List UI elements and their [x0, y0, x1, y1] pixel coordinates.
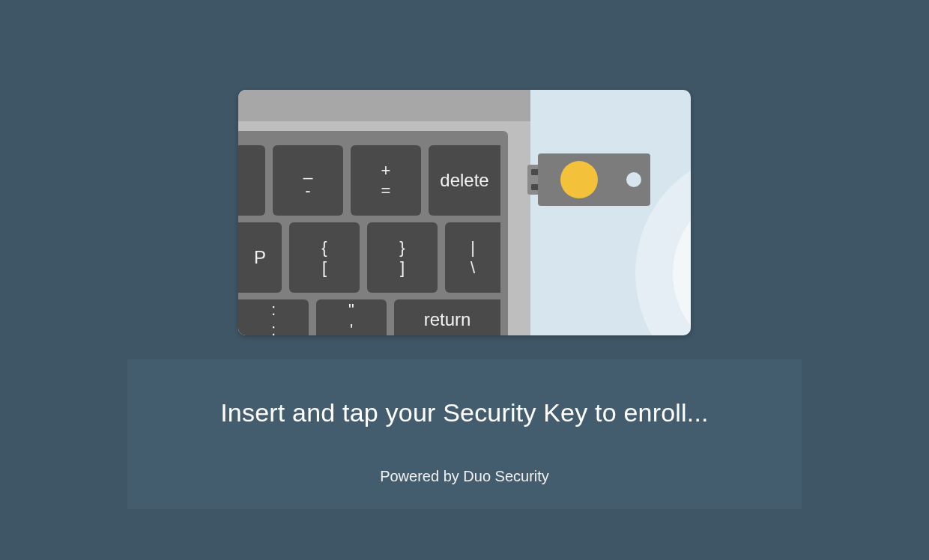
key-glyph: '	[350, 321, 353, 335]
key-glyph: "	[348, 301, 354, 318]
keyboard-key-minus: _ -	[273, 145, 343, 216]
keyboard-key-return: return	[394, 299, 500, 335]
keyboard-key	[238, 145, 265, 216]
security-key-enroll-page: _ - + = delete P { [ } ] | \ : ;	[0, 0, 929, 560]
key-glyph: ]	[400, 259, 405, 276]
keyboard-key-p: P	[238, 222, 282, 293]
key-glyph: {	[321, 239, 327, 256]
key-label: return	[424, 310, 471, 329]
message-panel: Insert and tap your Security Key to enro…	[127, 359, 802, 509]
key-glyph: -	[305, 182, 310, 199]
powered-by-text: Powered by Duo Security	[127, 468, 802, 485]
key-label: delete	[440, 171, 488, 189]
keyboard-key-bracket-left: { [	[289, 222, 360, 293]
instruction-text: Insert and tap your Security Key to enro…	[127, 398, 802, 427]
key-glyph: \	[470, 259, 475, 276]
keyboard-key-semicolon: : ;	[238, 299, 309, 335]
security-key-illustration: _ - + = delete P { [ } ] | \ : ;	[238, 90, 691, 335]
key-glyph: +	[381, 162, 391, 179]
keyboard-key-delete: delete	[429, 145, 500, 216]
key-glyph: _	[303, 162, 312, 179]
key-glyph: ;	[271, 321, 276, 335]
key-glyph: |	[470, 239, 475, 256]
key-glyph: }	[399, 239, 405, 256]
keyboard-key-quote: " '	[316, 299, 387, 335]
security-key-hole-icon	[626, 172, 641, 187]
keyboard-key-backslash: | \	[445, 222, 500, 293]
security-key-button-icon	[560, 161, 598, 198]
key-glyph: :	[271, 301, 276, 318]
key-glyph: =	[381, 182, 391, 199]
key-label: P	[254, 248, 266, 267]
keyboard-key-bracket-right: } ]	[367, 222, 438, 293]
keyboard-key-equals: + =	[351, 145, 421, 216]
key-glyph: [	[322, 259, 327, 276]
laptop-deck-top	[238, 90, 530, 121]
